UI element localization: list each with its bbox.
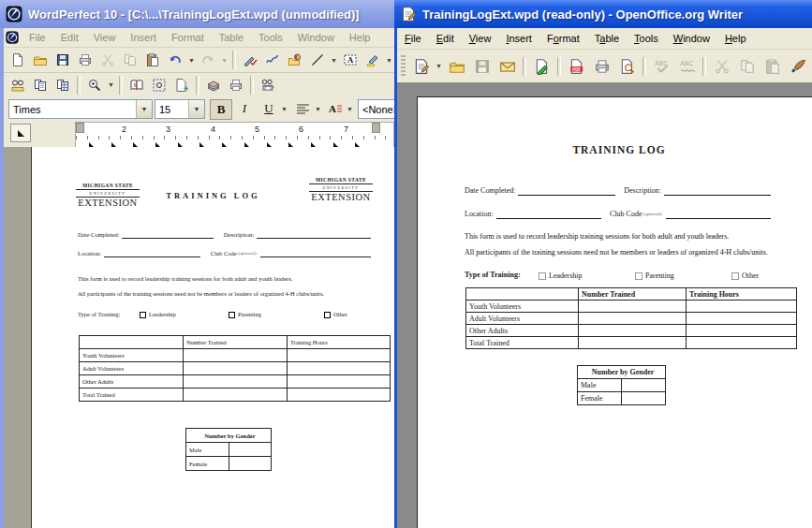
styles-button[interactable]: A — [325, 99, 346, 118]
checkbox-option-other[interactable]: Other — [731, 271, 759, 281]
menu-file[interactable]: File — [22, 30, 53, 45]
menu-edit[interactable]: Edit — [429, 31, 462, 46]
menu-format[interactable]: Format — [164, 30, 212, 45]
spell-book-icon[interactable] — [125, 75, 148, 95]
styles-dropdown-icon[interactable]: ▼ — [345, 99, 355, 118]
menu-insert[interactable]: Insert — [123, 30, 164, 45]
menu-table[interactable]: Table — [212, 30, 251, 45]
export-pdf-icon[interactable] — [564, 54, 589, 79]
checkbox-option-leadership[interactable]: Leadership — [539, 271, 583, 281]
checkbox-option-other[interactable]: Other — [324, 311, 347, 318]
toolbar-grip-handle[interactable] — [401, 55, 406, 78]
format-paintbrush-icon[interactable] — [785, 54, 810, 79]
wp-document-page[interactable]: MICHIGAN STATE UNIVERSITY EXTENSION TRAI… — [31, 147, 394, 528]
draw-line-dropdown-icon[interactable]: ▼ — [329, 50, 339, 70]
new-document-icon[interactable] — [7, 50, 29, 70]
menu-window[interactable]: Window — [666, 31, 717, 46]
column-header: Number Trained — [579, 288, 687, 301]
edit-file-icon[interactable] — [529, 54, 554, 79]
openoffice-writer-app-icon[interactable] — [400, 6, 417, 22]
font-size-combobox[interactable]: 15 ▼ — [155, 99, 205, 119]
copy-pages-icon[interactable] — [29, 75, 52, 95]
email-icon[interactable] — [495, 54, 520, 79]
page-view-glasses-icon[interactable] — [7, 75, 29, 95]
undo-dropdown-icon[interactable]: ▼ — [186, 50, 197, 70]
chevron-down-icon[interactable]: ▼ — [136, 100, 152, 118]
print-icon[interactable] — [74, 50, 96, 70]
redo-dropdown-icon: ▼ — [219, 50, 229, 70]
italic-button[interactable]: I — [234, 99, 255, 118]
print-preview-glasses-icon[interactable] — [257, 75, 279, 95]
new-document-icon[interactable] — [408, 54, 434, 79]
right-margin-handle[interactable] — [372, 123, 380, 133]
menu-help[interactable]: Help — [342, 30, 378, 45]
new-document-dropdown-icon[interactable]: ▼ — [434, 56, 444, 77]
checkbox-option-leadership[interactable]: Leadership — [140, 311, 176, 318]
print-icon[interactable] — [589, 54, 614, 79]
oo-titlebar[interactable]: TrainingLogExt.wpd (read-only) - OpenOff… — [394, 0, 812, 28]
ruler-number: 7 — [344, 125, 348, 134]
checkbox-label: Leadership — [149, 311, 176, 318]
clipart-icon[interactable] — [284, 50, 306, 70]
save-icon[interactable] — [52, 50, 74, 70]
table-cell-empty — [288, 389, 391, 402]
zoom-icon[interactable] — [83, 75, 106, 95]
training-table: Number Trained Training Hours Youth Volu… — [465, 287, 797, 349]
menu-insert[interactable]: Insert — [498, 31, 539, 46]
table-header-row: Number Trained Training Hours — [80, 336, 391, 349]
wp-document-workspace: MICHIGAN STATE UNIVERSITY EXTENSION TRAI… — [4, 147, 394, 528]
style-value: <None> — [359, 104, 394, 115]
font-name-combobox[interactable]: Times ▼ — [8, 99, 153, 119]
underline-dropdown-icon[interactable]: ▼ — [279, 99, 289, 118]
book-stack-icon[interactable] — [202, 75, 225, 95]
undo-icon[interactable] — [164, 50, 186, 70]
print-document-icon[interactable] — [225, 75, 247, 95]
quickformat-icon[interactable] — [239, 50, 261, 70]
draw-scribble-icon[interactable] — [261, 50, 284, 70]
page-preview-icon[interactable] — [614, 54, 640, 79]
paragraph: All participants of the training session… — [465, 248, 768, 257]
checkbox-label: Leadership — [549, 271, 583, 281]
wp-titlebar[interactable]: WordPerfect 10 - [C:\...\TrainingLogExt.… — [0, 0, 394, 28]
date-completed-label: Date Completed: — [78, 231, 119, 239]
menu-format[interactable]: Format — [539, 31, 587, 46]
new-view-page-icon[interactable] — [170, 75, 193, 95]
menu-window[interactable]: Window — [290, 30, 342, 45]
tab-set-button[interactable] — [10, 124, 31, 142]
horizontal-ruler[interactable]: 1 2 3 4 5 6 7 — [75, 122, 394, 141]
justification-button[interactable] — [292, 99, 313, 118]
oo-document-page[interactable]: TRAINING LOG Date Completed: Description… — [417, 96, 812, 528]
open-folder-icon[interactable] — [444, 54, 469, 79]
fit-page-icon[interactable] — [148, 75, 170, 95]
column-header: Training Hours — [288, 336, 391, 349]
zoom-dropdown-icon[interactable]: ▼ — [106, 75, 116, 95]
menu-tools[interactable]: Tools — [627, 31, 666, 46]
left-margin-handle[interactable] — [76, 123, 84, 133]
menu-tools[interactable]: Tools — [251, 30, 290, 45]
menu-edit[interactable]: Edit — [53, 30, 86, 45]
highlight-icon[interactable] — [362, 50, 384, 70]
highlight-dropdown-icon[interactable]: ▼ — [384, 50, 394, 70]
menu-view[interactable]: View — [86, 30, 124, 45]
open-folder-icon[interactable] — [29, 50, 52, 70]
page-columns-icon[interactable] — [52, 75, 74, 95]
row-header: Male — [186, 443, 229, 457]
draw-line-icon[interactable] — [306, 50, 329, 70]
menu-table[interactable]: Table — [587, 31, 627, 46]
style-combobox[interactable]: <None> — [358, 99, 394, 119]
menu-view[interactable]: View — [462, 31, 499, 46]
wordperfect-app-icon[interactable] — [6, 6, 22, 22]
menu-help[interactable]: Help — [717, 31, 754, 46]
bold-button[interactable]: B — [210, 99, 232, 120]
text-box-icon[interactable] — [339, 50, 362, 70]
paste-icon[interactable] — [141, 50, 164, 70]
underline-button[interactable]: U — [258, 99, 279, 118]
checkbox-option-parenting[interactable]: Parenting — [229, 311, 261, 318]
menu-file[interactable]: File — [397, 31, 429, 46]
justification-dropdown-icon[interactable]: ▼ — [313, 99, 323, 118]
wp-document-menu-icon[interactable] — [5, 31, 20, 44]
checkbox-option-parenting[interactable]: Parenting — [635, 271, 674, 281]
table-header-row: Number by Gender — [186, 429, 272, 443]
table-cell-empty — [229, 457, 272, 471]
chevron-down-icon[interactable]: ▼ — [188, 100, 204, 118]
